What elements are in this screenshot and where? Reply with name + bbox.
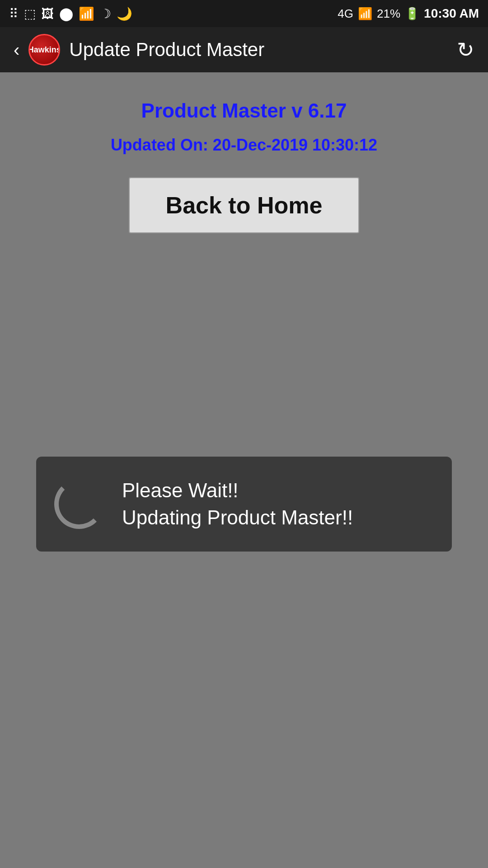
cast-icon: ⬚ <box>24 6 36 21</box>
product-master-version: Product Master v 6.17 <box>141 99 347 122</box>
signal-icon: 📶 <box>358 7 372 21</box>
battery-percent: 21% <box>377 7 400 21</box>
app-bar: ‹ Hawkins Update Product Master ↻ <box>0 27 488 72</box>
circle-icon: ⬤ <box>59 6 73 21</box>
network-label: 4G <box>338 7 353 21</box>
status-bar-left: ⠿ ⬚ 🖼 ⬤ 📶 ☽ 🌙 <box>9 6 132 21</box>
spinner-icon <box>54 479 104 529</box>
loading-dialog: Please Wait!! Updating Product Master!! <box>36 457 452 552</box>
moon2-icon: 🌙 <box>117 6 132 21</box>
loading-text-block: Please Wait!! Updating Product Master!! <box>122 479 353 529</box>
product-master-updated: Updated On: 20-Dec-2019 10:30:12 <box>111 136 377 155</box>
app-bar-left: ‹ Hawkins Update Product Master <box>14 34 264 66</box>
back-icon[interactable]: ‹ <box>14 40 19 60</box>
loading-line2: Updating Product Master!! <box>122 506 353 529</box>
wifi-icon: 📶 <box>79 6 94 21</box>
menu-dots-icon: ⠿ <box>9 6 19 21</box>
refresh-icon[interactable]: ↻ <box>457 38 474 62</box>
back-to-home-button[interactable]: Back to Home <box>129 177 360 233</box>
photo-icon: 🖼 <box>41 6 54 21</box>
loading-line1: Please Wait!! <box>122 479 353 502</box>
main-content: Product Master v 6.17 Updated On: 20-Dec… <box>0 72 488 233</box>
hawkins-logo: Hawkins <box>28 34 60 66</box>
moon-icon: ☽ <box>100 6 111 21</box>
app-bar-title: Update Product Master <box>69 39 264 61</box>
logo-text: Hawkins <box>28 46 60 54</box>
status-time: 10:30 AM <box>424 6 479 21</box>
battery-icon: 🔋 <box>405 7 419 21</box>
status-bar: ⠿ ⬚ 🖼 ⬤ 📶 ☽ 🌙 4G 📶 21% 🔋 10:30 AM <box>0 0 488 27</box>
status-bar-right: 4G 📶 21% 🔋 10:30 AM <box>338 6 479 21</box>
